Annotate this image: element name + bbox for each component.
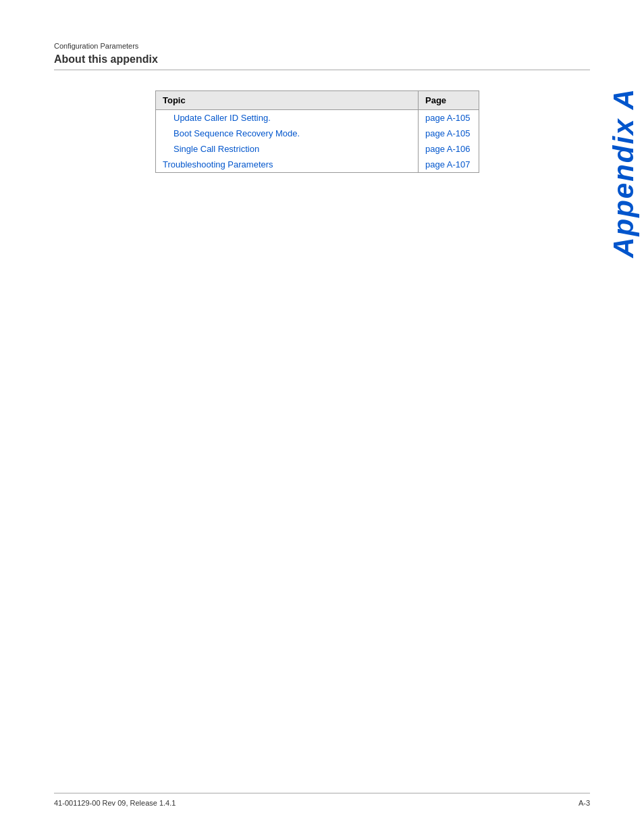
topic-cell[interactable]: Single Call Restriction [156,141,419,157]
page-cell[interactable]: page A-105 [419,109,479,126]
page-link[interactable]: page A-105 [425,113,471,123]
footer-content: 41-001129-00 Rev 09, Release 1.4.1 A-3 [54,799,590,807]
topic-cell[interactable]: Troubleshooting Parameters [156,157,419,173]
header-section: Configuration Parameters About this appe… [0,0,644,66]
toc-table: Topic Page Update Caller ID Setting.page… [155,90,479,173]
table-row: Troubleshooting Parameterspage A-107 [156,157,479,173]
topic-link[interactable]: Troubleshooting Parameters [163,159,273,170]
page-cell[interactable]: page A-105 [419,126,479,141]
topic-link[interactable]: Boot Sequence Recovery Mode. [173,128,300,138]
page-container: Configuration Parameters About this appe… [0,0,644,834]
main-content: Topic Page Update Caller ID Setting.page… [0,70,644,173]
footer-section: 41-001129-00 Rev 09, Release 1.4.1 A-3 [0,793,644,807]
footer-rule [54,793,590,793]
table-row: Update Caller ID Setting.page A-105 [156,109,479,126]
table-row: Boot Sequence Recovery Mode.page A-105 [156,126,479,141]
col-header-page: Page [419,90,479,109]
appendix-label: Appendix A [606,81,641,265]
page-cell[interactable]: page A-106 [419,141,479,157]
page-link[interactable]: page A-105 [425,128,471,138]
topic-cell[interactable]: Update Caller ID Setting. [156,109,419,126]
table-row: Single Call Restrictionpage A-106 [156,141,479,157]
footer-right: A-3 [579,799,590,807]
breadcrumb-small: Configuration Parameters [54,41,590,52]
page-link[interactable]: page A-107 [425,159,471,170]
sidebar-appendix: Appendix A [603,81,644,297]
topic-cell[interactable]: Boot Sequence Recovery Mode. [156,126,419,141]
page-cell[interactable]: page A-107 [419,157,479,173]
page-link[interactable]: page A-106 [425,144,471,154]
col-header-topic: Topic [156,90,419,109]
topic-link[interactable]: Single Call Restriction [173,144,259,154]
footer-left: 41-001129-00 Rev 09, Release 1.4.1 [54,799,176,807]
breadcrumb-large: About this appendix [54,53,590,66]
topic-link[interactable]: Update Caller ID Setting. [173,113,271,123]
